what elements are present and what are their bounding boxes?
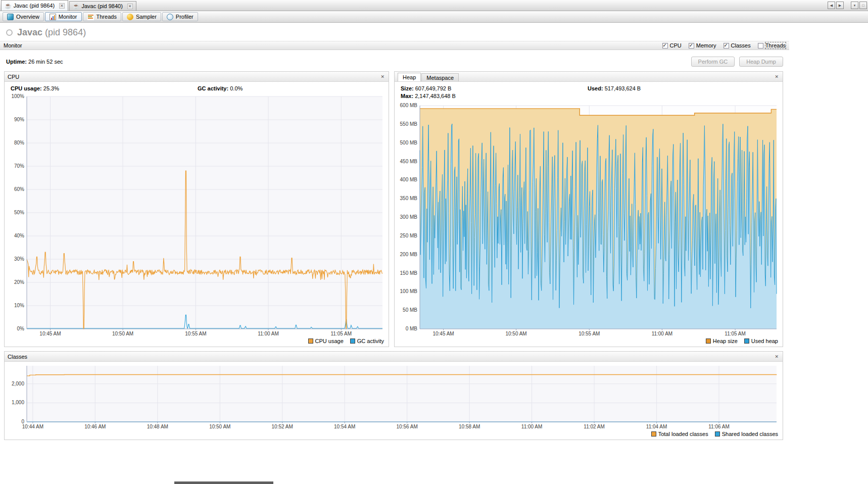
cpu-stats: CPU usage: 25.3% GC activity: 0.0%: [5, 82, 389, 92]
threads-icon: [87, 14, 94, 20]
cpu-usage-swatch: [308, 338, 313, 344]
cpu-checkbox[interactable]: CPU: [662, 42, 682, 49]
heap-panel-header: Heap Metaspace ✕: [395, 72, 783, 82]
close-icon[interactable]: ✕: [127, 4, 133, 9]
document-tab-javac-9840[interactable]: ☕ Javac (pid 9840) ✕: [69, 1, 136, 11]
tab-sampler[interactable]: Sampler: [122, 12, 161, 21]
tab-label: Threads: [97, 14, 117, 20]
charts-row: CPU ✕ CPU usage: 25.3% GC activity: 0.0%…: [4, 71, 785, 347]
legend-label: GC activity: [357, 338, 384, 344]
close-icon[interactable]: ✕: [379, 74, 385, 79]
tab-label: Monitor: [59, 14, 77, 20]
legend-label: Shared loaded classes: [722, 431, 778, 437]
scroll-tabs-right-icon[interactable]: ▶: [836, 2, 844, 9]
cpu-panel-title: CPU: [8, 74, 19, 80]
svg-text:450 MB: 450 MB: [400, 159, 418, 164]
svg-text:10:55 AM: 10:55 AM: [578, 331, 600, 336]
svg-text:10:52 AM: 10:52 AM: [272, 424, 293, 429]
total-loaded-classes-swatch: [651, 431, 656, 437]
document-tab-label: Javac (pid 9864): [14, 3, 55, 9]
legend-label: CPU usage: [315, 338, 344, 344]
legend-item: Heap size: [706, 338, 738, 344]
shared-loaded-classes-swatch: [715, 431, 720, 437]
perform-gc-button[interactable]: Perform GC: [691, 57, 735, 67]
cpu-panel-header: CPU ✕: [5, 72, 389, 82]
process-name: Javac: [17, 27, 42, 37]
tab-list-icon[interactable]: ▾: [851, 2, 858, 9]
tab-monitor[interactable]: Monitor: [45, 12, 82, 21]
svg-text:10:45 AM: 10:45 AM: [39, 331, 61, 336]
classes-checkbox[interactable]: Classes: [724, 42, 751, 49]
maximize-window-icon[interactable]: □: [859, 2, 867, 9]
svg-text:150 MB: 150 MB: [400, 270, 418, 276]
svg-text:11:00 AM: 11:00 AM: [652, 331, 673, 336]
page-title: Javac (pid 9864): [17, 27, 86, 38]
close-icon[interactable]: ✕: [774, 354, 780, 359]
svg-text:70%: 70%: [14, 163, 24, 169]
svg-text:10:50 AM: 10:50 AM: [209, 424, 230, 429]
close-icon[interactable]: ✕: [774, 74, 780, 79]
svg-text:10%: 10%: [14, 303, 24, 308]
gc-activity-value: 0.0%: [230, 85, 243, 91]
cpu-panel: CPU ✕ CPU usage: 25.3% GC activity: 0.0%…: [4, 71, 389, 347]
monitor-section-bar: Monitor CPU Memory Classes Threads: [0, 41, 789, 50]
status-row: Uptime: 26 min 52 sec Perform GC Heap Du…: [6, 57, 783, 67]
java-icon: ☕: [73, 4, 80, 9]
process-status-icon: [6, 29, 13, 36]
cpu-chart: 10:45 AM10:50 AM10:55 AM11:00 AM11:05 AM…: [7, 94, 387, 337]
svg-text:0: 0: [21, 419, 24, 424]
heap-panel: Heap Metaspace ✕ Size: 607,649,792 B Max…: [394, 71, 783, 347]
cpu-checkbox-label: CPU: [670, 42, 682, 49]
legend-label: Used heap: [751, 338, 778, 344]
svg-text:90%: 90%: [14, 117, 24, 122]
svg-text:11:06 AM: 11:06 AM: [708, 424, 730, 429]
svg-text:10:54 AM: 10:54 AM: [334, 424, 355, 429]
cpu-usage-label: CPU usage:: [11, 85, 42, 91]
svg-text:10:56 AM: 10:56 AM: [397, 424, 418, 429]
svg-text:10:44 AM: 10:44 AM: [22, 424, 43, 429]
threads-checkbox-box[interactable]: [758, 43, 763, 49]
heap-dump-button[interactable]: Heap Dump: [739, 57, 783, 67]
cpu-legend: CPU usage GC activity: [5, 337, 389, 347]
section-title: Monitor: [4, 42, 22, 49]
svg-text:10:55 AM: 10:55 AM: [185, 331, 206, 336]
memory-checkbox[interactable]: Memory: [689, 42, 716, 49]
svg-text:10:45 AM: 10:45 AM: [432, 331, 454, 336]
heap-size-label: Size:: [401, 85, 414, 91]
classes-checkbox-box[interactable]: [724, 43, 729, 49]
svg-text:80%: 80%: [14, 140, 24, 146]
svg-text:10:48 AM: 10:48 AM: [147, 424, 168, 429]
svg-text:250 MB: 250 MB: [400, 233, 418, 238]
threads-checkbox[interactable]: Threads: [758, 42, 786, 49]
classes-panel-title: Classes: [8, 354, 27, 360]
svg-text:20%: 20%: [14, 279, 24, 285]
memory-checkbox-label: Memory: [696, 42, 716, 49]
classes-panel: Classes ✕ 10:44 AM10:46 AM10:48 AM10:50 …: [4, 351, 783, 440]
close-icon[interactable]: ✕: [59, 3, 65, 9]
heap-chart: 10:45 AM10:50 AM10:55 AM11:00 AM11:05 AM…: [397, 103, 781, 337]
svg-text:300 MB: 300 MB: [400, 214, 418, 220]
svg-text:2,000: 2,000: [12, 381, 24, 386]
cpu-checkbox-box[interactable]: [662, 43, 668, 49]
svg-text:11:00 AM: 11:00 AM: [258, 331, 279, 336]
document-tab-javac-9864[interactable]: ☕ Javac (pid 9864) ✕: [1, 0, 68, 11]
title-row: Javac (pid 9864): [6, 27, 789, 38]
heap-max-value: 2,147,483,648 B: [415, 93, 456, 99]
tab-threads[interactable]: Threads: [83, 12, 121, 21]
classes-legend: Total loaded classes Shared loaded class…: [5, 430, 783, 440]
svg-text:100%: 100%: [11, 94, 24, 99]
tab-overview[interactable]: Overview: [3, 12, 44, 21]
tab-label: Profiler: [176, 14, 194, 20]
tab-metaspace[interactable]: Metaspace: [421, 73, 459, 81]
memory-checkbox-box[interactable]: [689, 43, 694, 49]
uptime-value: 26 min 52 sec: [28, 59, 63, 65]
heap-used-label: Used:: [588, 85, 603, 91]
uptime: Uptime: 26 min 52 sec: [6, 59, 63, 65]
tab-heap[interactable]: Heap: [398, 73, 421, 81]
legend-item: Total loaded classes: [651, 431, 708, 437]
tab-profiler[interactable]: Profiler: [162, 12, 198, 21]
scroll-tabs-left-icon[interactable]: ◀: [828, 2, 835, 9]
svg-text:200 MB: 200 MB: [400, 252, 418, 257]
profiler-icon: [167, 14, 173, 20]
svg-text:11:00 AM: 11:00 AM: [521, 424, 543, 429]
